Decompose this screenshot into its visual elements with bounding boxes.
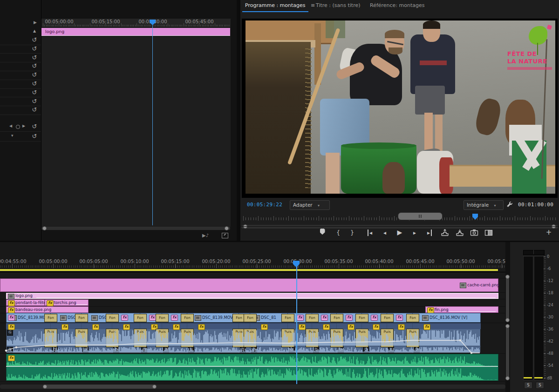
play-audio-only-icon[interactable]: ▶♪ [202, 233, 209, 238]
video-transition-fon[interactable]: Fon [355, 314, 368, 322]
settings-wrench-icon[interactable] [506, 201, 513, 208]
v-scroll-handle[interactable] [505, 324, 510, 328]
timeline-vertical-scrollbar[interactable] [505, 242, 510, 392]
export-frame-button[interactable] [470, 229, 483, 238]
ec-playhead-line[interactable] [152, 21, 153, 225]
work-area-bar[interactable] [398, 212, 443, 220]
ec-reset-parameter-button[interactable]: ↺ [31, 71, 38, 79]
audio-transition-puis[interactable]: Puis [406, 329, 419, 347]
extract-button[interactable] [456, 229, 469, 238]
ec-param-dropdown-chevron[interactable]: ▾ [11, 133, 14, 138]
audio-transition-puis[interactable]: Puis [244, 329, 257, 347]
fx-badge[interactable]: fx [261, 324, 268, 330]
fx-badge[interactable]: fx [321, 315, 328, 321]
clip-pendant-la-fête.[interactable]: fxpendant-la-fête. [6, 299, 45, 306]
audio-transition-puis[interactable]: Puis [156, 329, 169, 347]
fx-badge[interactable]: fx [346, 315, 353, 321]
ec-reset-parameter-button[interactable]: ↺ [31, 36, 38, 44]
video-transition-fon[interactable]: Fon [134, 314, 147, 322]
fx-badge[interactable]: fx [398, 324, 405, 330]
audio-transition-puis[interactable]: Puis [181, 329, 194, 347]
keyframe-previous-icon[interactable]: ◀ [9, 124, 12, 128]
fx-badge[interactable]: fx [348, 324, 354, 330]
video-transition-fon[interactable]: Fon [44, 314, 57, 322]
v-scroll-handle[interactable] [505, 318, 510, 322]
ec-reset-parameter-button[interactable]: ↺ [31, 80, 38, 88]
fx-badge[interactable]: fx [297, 315, 304, 321]
fx-badge[interactable]: fx [171, 315, 178, 321]
fx-badge[interactable]: fx [8, 315, 15, 321]
v-scroll-handle[interactable] [505, 376, 510, 380]
panel-menu-icon[interactable]: ≡ [311, 2, 315, 8]
ec-timeline-expand-icon[interactable]: ▶ [34, 20, 37, 25]
mark-in-button[interactable]: { [332, 228, 345, 237]
ec-h-scrollbar[interactable] [41, 227, 230, 230]
h-scroll-handle[interactable] [152, 385, 157, 389]
fit-dropdown[interactable]: Adapter ▾ [290, 200, 330, 210]
playback-resolution-dropdown[interactable]: Intégrale ▾ [464, 200, 504, 210]
ec-reset-parameter-button[interactable]: ↺ [31, 98, 38, 105]
fx-badge[interactable]: fx [47, 300, 54, 306]
ec-scroll-handle[interactable] [42, 226, 47, 230]
video-transition-fon[interactable]: Fon [75, 314, 88, 322]
fx-badge[interactable]: fx [299, 324, 306, 330]
ec-reset-parameter-button[interactable]: ↺ [31, 45, 38, 53]
fx-badge[interactable]: fx [173, 324, 180, 330]
comparison-view-button[interactable] [484, 229, 498, 238]
audio-transition-puis[interactable]: Puis [44, 329, 57, 347]
v-scroll-handle[interactable] [505, 275, 510, 279]
ec-reset-parameter-button[interactable]: ↺ [31, 133, 38, 140]
fx-badge[interactable]: fx [61, 324, 68, 330]
timeline-playhead-line[interactable] [296, 263, 297, 384]
audio-transition-puis[interactable]: Puis [381, 329, 394, 347]
fx-badge[interactable]: fx [8, 324, 15, 330]
audio-transition-puis[interactable]: Puis [75, 329, 88, 347]
step-forward-button[interactable]: ▸ [408, 228, 421, 237]
fx-badge[interactable]: fx [149, 315, 156, 321]
track-a2-music[interactable] [6, 354, 498, 381]
ec-reset-parameter-button[interactable]: ↺ [31, 106, 38, 114]
play-button[interactable]: ▶ [393, 228, 406, 237]
clip-bandeau-rose.png[interactable]: fxbandeau-rose.png [6, 306, 89, 313]
video-transition-fon[interactable]: Fon [381, 314, 394, 322]
clip-cache-carre[interactable]: cache-carré.png [0, 278, 498, 292]
clip-fin.png[interactable]: fxfin.png [425, 306, 498, 313]
fx-badge[interactable]: fx [198, 324, 205, 330]
current-timecode[interactable]: 00:05:29:22 [247, 202, 282, 208]
step-back-button[interactable]: ◂ [378, 228, 391, 237]
video-transition-fon[interactable]: Fon [156, 314, 169, 322]
button-editor-plus[interactable]: + [542, 228, 555, 237]
fx-badge[interactable]: fx [323, 324, 330, 330]
lift-button[interactable] [441, 229, 454, 238]
video-transition-fon[interactable]: Fon [281, 314, 294, 322]
audio-transition-puis[interactable]: Puis [306, 329, 319, 347]
panel-divider-vertical[interactable] [237, 0, 240, 241]
go-to-in-button[interactable]: ◂ [363, 228, 376, 237]
ec-collapse-icon[interactable]: ▲ [33, 29, 36, 33]
video-transition-fon[interactable]: Fon [330, 314, 343, 322]
tab-reference[interactable]: Référence: montages [370, 2, 425, 8]
audio-transition-puis[interactable]: Puis [106, 329, 119, 347]
ec-reset-parameter-button[interactable]: ↺ [31, 123, 38, 130]
audio-transition-puis[interactable]: Puis [355, 329, 368, 347]
clip-torchis.png[interactable]: fxtorchis.png [45, 299, 89, 306]
audio-transition-puis[interactable]: Puis [134, 329, 147, 347]
video-transition-fon[interactable]: Fon [244, 314, 257, 322]
fx-badge[interactable]: fx [121, 315, 128, 321]
fx-badge[interactable]: fx [371, 315, 378, 321]
timeline-h-scroll-thumb[interactable] [43, 385, 156, 389]
fx-badge[interactable]: fx [92, 324, 99, 330]
solo-left-button[interactable]: S [524, 382, 532, 389]
v-scroll-thumb-video[interactable] [506, 277, 509, 321]
solo-right-button[interactable]: S [536, 382, 544, 389]
ec-export-icon[interactable] [222, 233, 228, 238]
ec-reset-parameter-button[interactable]: ↺ [31, 62, 38, 70]
clip-logo-png[interactable]: logo.png [6, 293, 498, 299]
fx-badge[interactable]: fx [423, 324, 430, 330]
ec-clip-bar-logo[interactable]: logo.png [41, 28, 230, 36]
video-transition-fon[interactable]: Fon [306, 314, 319, 322]
tab-titre[interactable]: Titre : (sans titre) [316, 2, 360, 8]
work-area-yellow-bar[interactable] [0, 269, 498, 271]
go-to-out-button[interactable]: ▸ [423, 228, 436, 237]
ec-scroll-handle[interactable] [225, 226, 229, 230]
